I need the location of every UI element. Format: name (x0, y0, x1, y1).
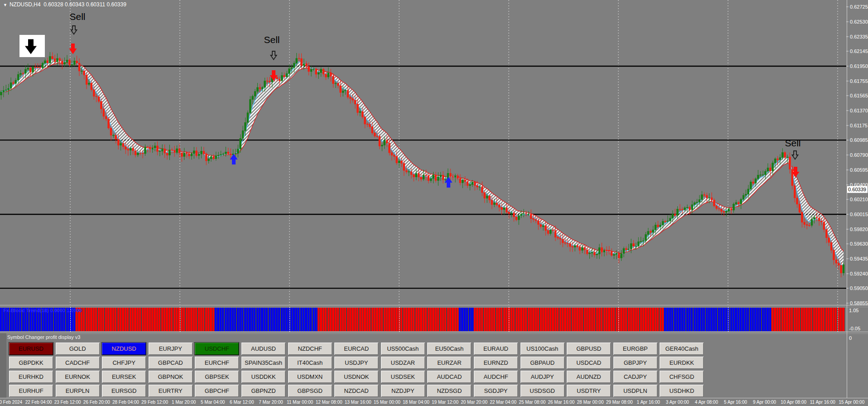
symbol-button-NZDUSD[interactable]: NZDUSD (101, 342, 146, 355)
sell-hollow-arrow-icon (792, 151, 798, 160)
price-label: 0.60015 (850, 212, 868, 217)
symbol-button-AUDCHF[interactable]: AUDCHF (473, 370, 518, 383)
symbol-button-GBPSGD[interactable]: GBPSGD (288, 384, 333, 397)
symbol-button-USDSGD[interactable]: USDSGD (520, 384, 565, 397)
price-label: 0.59240 (850, 271, 868, 276)
symbol-button-USDZAR[interactable]: USDZAR (381, 356, 425, 369)
symbol-button-EURSEK[interactable]: EURSEK (101, 370, 146, 383)
symbol-button-CADJPY[interactable]: CADJPY (613, 370, 658, 383)
symbol-button-GBPSEK[interactable]: GBPSEK (194, 370, 239, 383)
ohlc-values: 0.60328 0.60343 0.60311 0.60339 (43, 1, 126, 8)
price-label: 0.59630 (850, 241, 868, 246)
mt4-chart-window: SellSellSell0.627250.625300.623350.62145… (0, 0, 868, 406)
price-label: 0.62530 (850, 19, 868, 24)
sell-hollow-arrow-icon (71, 26, 77, 34)
symbol-button-USDMXN[interactable]: USDMXN (288, 370, 333, 383)
symbol-button-SGDJPY[interactable]: SGDJPY (473, 384, 518, 397)
symbol-button-USDJPY[interactable]: USDJPY (334, 356, 379, 369)
price-label: 0.61175 (850, 123, 868, 128)
symbol-button-EURSGD[interactable]: EURSGD (101, 384, 146, 397)
symbol-button-EURPLN[interactable]: EURPLN (55, 384, 100, 397)
symbol-button-CADCHF[interactable]: CADCHF (55, 356, 100, 369)
price-label: 0.59435 (850, 256, 868, 261)
symbol-button-AUDNZD[interactable]: AUDNZD (566, 370, 611, 383)
price-label: 0.60210 (850, 197, 868, 202)
dropdown-icon[interactable]: ▼ (3, 3, 7, 7)
time-axis[interactable]: 20 Feb 202422 Feb 04:0023 Feb 12:0026 Fe… (0, 398, 868, 406)
symbol-button-GBPAUD[interactable]: GBPAUD (520, 356, 565, 369)
symbol-button-GBPCHF[interactable]: GBPCHF (194, 384, 239, 397)
trend-indicator-pane[interactable]: Fx-Blood Trend(18) 0.0000 1.0000 (0, 307, 868, 332)
time-label: 5 Mar 04:00 (201, 400, 225, 405)
symbol-button-EURCAD[interactable]: EURCAD (334, 342, 379, 355)
symbol-button-CHFJPY[interactable]: CHFJPY (101, 356, 146, 369)
time-label: 29 Mar 08:00 (606, 400, 633, 405)
period-separator (399, 307, 400, 332)
symbol-button-GBPJPY[interactable]: GBPJPY (613, 356, 658, 369)
time-label: 1 Mar 20:00 (172, 400, 196, 405)
time-label: 26 Feb 20:00 (83, 400, 110, 405)
symbol-button-GBPNZD[interactable]: GBPNZD (241, 384, 286, 397)
ohlc-readout[interactable]: ▼NZDUSD,H4 0.60328 0.60343 0.60311 0.603… (3, 1, 126, 8)
trend-histogram-segment-blue (459, 308, 473, 331)
symbol-button-NZDJPY[interactable]: NZDJPY (381, 384, 425, 397)
symbol-button-AUDCAD[interactable]: AUDCAD (427, 370, 472, 383)
time-label: 22 Feb 04:00 (25, 400, 52, 405)
symbol-button-EURGBP[interactable]: EURGBP (613, 342, 658, 355)
symbol-button-EURUSD[interactable]: EURUSD (9, 342, 53, 355)
symbol-button-EURNOK[interactable]: EURNOK (55, 370, 100, 383)
symbol-button-USDTRY[interactable]: USDTRY (566, 384, 611, 397)
symbol-button-EURJPY[interactable]: EURJPY (148, 342, 193, 355)
symbol-button-SPAIN35Cash[interactable]: SPAIN35Cash (241, 356, 286, 369)
symbol-button-NZDSGD[interactable]: NZDSGD (427, 384, 472, 397)
symbol-button-USDDKK[interactable]: USDDKK (241, 370, 286, 383)
symbol-button-EURHUF[interactable]: EURHUF (9, 384, 53, 397)
symbol-button-GBPUSD[interactable]: GBPUSD (566, 342, 611, 355)
symbol-button-US100Cash[interactable]: US100Cash (520, 342, 565, 355)
symbol-button-EURHKD[interactable]: EURHKD (9, 370, 53, 383)
indicator-scale-bottom: -0.05 (849, 326, 860, 331)
price-chart[interactable]: SellSellSell0.627250.625300.623350.62145… (0, 0, 868, 305)
price-label: 0.61565 (850, 93, 868, 98)
symbol-button-GBPDKK[interactable]: GBPDKK (9, 356, 53, 369)
symbol-button-USDSEK[interactable]: USDSEK (381, 370, 425, 383)
time-label: 26 Mar 16:00 (548, 400, 574, 405)
symbol-button-EURCHF[interactable]: EURCHF (194, 356, 239, 369)
symbol-button-CHFSGD[interactable]: CHFSGD (659, 370, 704, 383)
symbol-button-EURTRY[interactable]: EURTRY (148, 384, 193, 397)
symbol-button-NZDCHF[interactable]: NZDCHF (288, 342, 333, 355)
symbol-button-EU50Cash[interactable]: EU50Cash (427, 342, 472, 355)
symbol-button-GER40Cash[interactable]: GER40Cash (659, 342, 704, 355)
symbol-button-IT40Cash[interactable]: IT40Cash (288, 356, 333, 369)
sell-label: Sell (785, 138, 800, 148)
symbol-button-EURDKK[interactable]: EURDKK (659, 356, 704, 369)
symbol-button-USDHKD[interactable]: USDHKD (659, 384, 704, 397)
symbol-button-EURAUD[interactable]: EURAUD (473, 342, 518, 355)
symbol-button-USDCAD[interactable]: USDCAD (566, 356, 611, 369)
symbol-button-AUDJPY[interactable]: AUDJPY (520, 370, 565, 383)
symbol-button-GOLD[interactable]: GOLD (55, 342, 100, 355)
symbol-button-EURZAR[interactable]: EURZAR (427, 356, 472, 369)
time-label: 18 Mar 04:00 (403, 400, 429, 405)
symbol-button-US500Cash[interactable]: US500Cash (381, 342, 425, 355)
period-separator (838, 307, 838, 332)
symbol-button-USDNOK[interactable]: USDNOK (334, 370, 379, 383)
price-label: 0.62335 (850, 34, 868, 39)
buy-arrow-icon (230, 154, 238, 165)
symbol-button-AUDUSD[interactable]: AUDUSD (241, 342, 286, 355)
price-scale[interactable]: 0.627250.625300.623350.621450.619500.617… (846, 4, 868, 305)
time-label: 5 Apr 16:00 (724, 400, 747, 405)
symbol-button-GBPCAD[interactable]: GBPCAD (148, 356, 193, 369)
time-label: 13 Mar 16:00 (345, 400, 371, 405)
symbol-button-EURNZD[interactable]: EURNZD (473, 356, 518, 369)
symbol-button-GBPNOK[interactable]: GBPNOK (148, 370, 193, 383)
time-label: 28 Mar 00:00 (577, 400, 604, 405)
time-label: 10 Apr 08:00 (781, 400, 806, 405)
symbol-button-NZDCAD[interactable]: NZDCAD (334, 384, 379, 397)
price-label: 0.60595 (850, 167, 868, 173)
symbol-button-USDPLN[interactable]: USDPLN (613, 384, 658, 397)
time-label: 11 Mar 00:00 (287, 400, 313, 405)
price-label: 0.59820 (850, 227, 868, 232)
period-separator (509, 307, 509, 332)
symbol-button-USDCHF[interactable]: USDCHF (194, 342, 239, 355)
